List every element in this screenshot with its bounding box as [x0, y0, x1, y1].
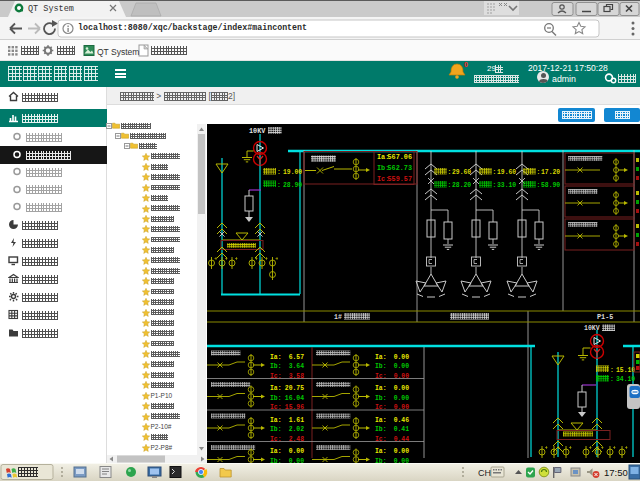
svg-text:559.57: 559.57 — [388, 175, 412, 183]
svg-text:0.46: 0.46 — [394, 417, 410, 424]
svg-text:0.00: 0.00 — [394, 354, 410, 361]
svg-text:Ia:: Ia: — [375, 417, 387, 424]
svg-text:Ia:: Ia: — [375, 385, 387, 392]
svg-text:562.73: 562.73 — [388, 164, 412, 172]
svg-text:0.00: 0.00 — [289, 448, 305, 455]
svg-text::: : — [610, 367, 614, 374]
svg-text:2.02: 2.02 — [289, 426, 305, 433]
svg-text:Ia:: Ia: — [375, 354, 387, 361]
svg-text:Ib:: Ib: — [375, 426, 387, 433]
svg-text:1#: 1# — [334, 314, 342, 321]
svg-text::: : — [537, 182, 541, 189]
svg-text:0.00: 0.00 — [394, 395, 410, 402]
svg-text:19.00: 19.00 — [283, 169, 302, 176]
svg-text:17.20: 17.20 — [541, 169, 560, 176]
svg-text:33.10: 33.10 — [497, 182, 516, 189]
svg-text::: : — [277, 182, 281, 189]
svg-text::: : — [493, 182, 497, 189]
svg-text:Ib:: Ib: — [375, 395, 387, 402]
svg-text::: : — [537, 169, 541, 176]
svg-text:Ib:: Ib: — [270, 363, 282, 370]
svg-text:Ia:: Ia: — [270, 385, 282, 392]
svg-text::: : — [448, 182, 452, 189]
svg-text:Ia:: Ia: — [270, 448, 282, 455]
svg-text:34.10: 34.10 — [616, 376, 635, 383]
svg-text:Ib:: Ib: — [270, 426, 282, 433]
svg-text:19.60: 19.60 — [497, 169, 516, 176]
svg-text:Ib:: Ib: — [375, 363, 387, 370]
svg-text:Ib:: Ib: — [270, 395, 282, 402]
svg-text:28.90: 28.90 — [283, 182, 302, 189]
svg-text:29.60: 29.60 — [452, 169, 471, 176]
svg-text:16.04: 16.04 — [285, 395, 304, 402]
svg-text:0.00: 0.00 — [394, 385, 410, 392]
svg-text:3.64: 3.64 — [289, 363, 305, 370]
svg-text:0.00: 0.00 — [394, 448, 410, 455]
svg-text:6.57: 6.57 — [289, 354, 305, 361]
svg-text::: : — [610, 376, 614, 383]
svg-text::: : — [448, 169, 452, 176]
svg-text::: : — [493, 169, 497, 176]
svg-text:28.20: 28.20 — [452, 182, 471, 189]
svg-text:Ia:: Ia: — [375, 448, 387, 455]
svg-text:Ia:: Ia: — [270, 417, 282, 424]
svg-text:Ia:: Ia: — [270, 354, 282, 361]
svg-text:0.00: 0.00 — [394, 363, 410, 370]
svg-text:P1-5: P1-5 — [597, 313, 613, 321]
svg-text::: : — [277, 169, 281, 176]
svg-text:20.75: 20.75 — [285, 385, 304, 392]
svg-text:10KV: 10KV — [249, 127, 266, 135]
svg-text:1.61: 1.61 — [289, 417, 305, 424]
svg-text:58.90: 58.90 — [541, 182, 560, 189]
svg-text:567.06: 567.06 — [388, 153, 412, 161]
svg-text:15.10: 15.10 — [616, 367, 635, 374]
svg-text:0.41: 0.41 — [394, 426, 410, 433]
